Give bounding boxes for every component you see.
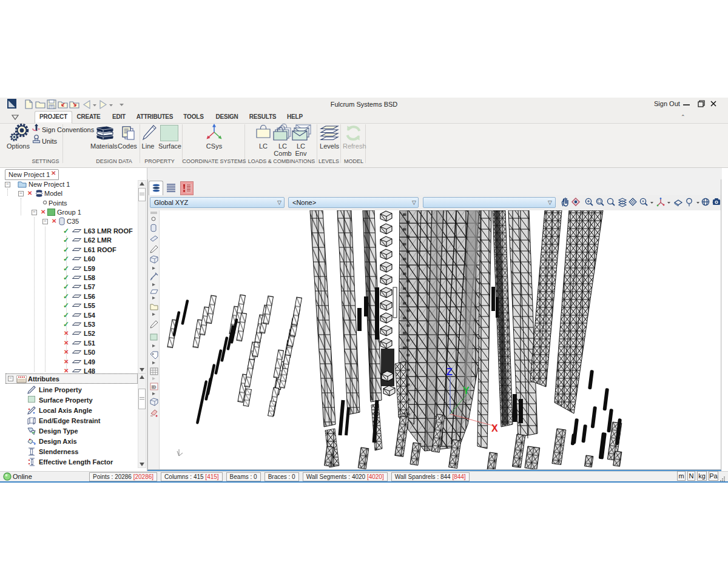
svg-text:Z: Z — [447, 367, 453, 377]
svg-text:Y: Y — [463, 386, 470, 396]
svg-text:X: X — [491, 423, 498, 433]
svg-text:ID: ID — [152, 385, 156, 389]
